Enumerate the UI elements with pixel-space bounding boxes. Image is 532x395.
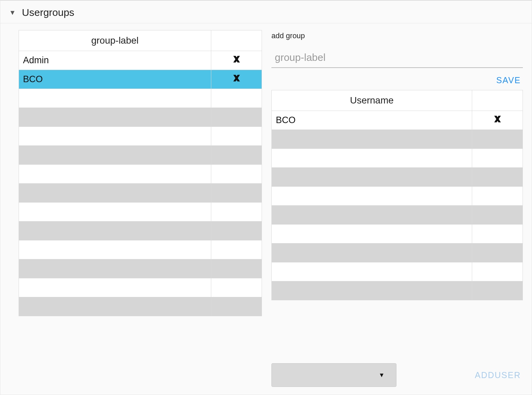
empty-cell [19, 222, 211, 240]
empty-cell [19, 108, 211, 127]
empty-cell [19, 127, 211, 146]
add-user-row: ▼ ADDUSER [271, 359, 523, 387]
table-row [19, 203, 262, 222]
empty-cell [472, 206, 523, 225]
empty-cell [272, 168, 472, 187]
empty-cell [19, 259, 211, 278]
group-label-input[interactable] [271, 50, 523, 68]
table-row [272, 206, 523, 225]
groups-header-label: group-label [19, 30, 211, 51]
user-delete-cell[interactable] [472, 111, 523, 130]
table-row [19, 259, 262, 278]
table-row [19, 89, 262, 108]
empty-cell [272, 206, 472, 225]
delete-icon[interactable] [232, 73, 241, 85]
table-row [19, 127, 262, 146]
table-row [272, 187, 523, 206]
table-row [19, 240, 262, 259]
table-row [19, 222, 262, 240]
users-table: Username BCO [271, 90, 523, 300]
table-row [272, 130, 523, 149]
empty-cell [211, 108, 262, 127]
empty-cell [211, 165, 262, 184]
empty-cell [19, 278, 211, 297]
empty-cell [19, 297, 211, 316]
empty-cell [272, 225, 472, 243]
empty-cell [19, 240, 211, 259]
panel-title: Usergroups [22, 7, 74, 18]
table-row [19, 278, 262, 297]
table-row [272, 149, 523, 168]
empty-cell [272, 243, 472, 262]
empty-cell [211, 184, 262, 203]
groups-column: group-label AdminBCO [19, 30, 262, 387]
empty-cell [19, 89, 211, 108]
table-row [272, 225, 523, 243]
detail-column: add group SAVE Username BCO [271, 30, 523, 387]
collapse-toggle-icon[interactable]: ▼ [9, 9, 16, 17]
group-cell[interactable]: Admin [19, 51, 211, 70]
empty-cell [272, 149, 472, 168]
chevron-down-icon: ▼ [379, 372, 385, 379]
table-row [19, 297, 262, 316]
users-header-label: Username [272, 90, 472, 111]
panel-content: group-label AdminBCO add group SAVE [0, 23, 532, 387]
users-header-action [472, 90, 523, 111]
empty-cell [472, 262, 523, 281]
empty-cell [211, 259, 262, 278]
table-row [272, 281, 523, 300]
table-row[interactable]: Admin [19, 51, 262, 70]
groups-header-action [211, 30, 262, 51]
save-button[interactable]: SAVE [496, 75, 521, 85]
empty-cell [211, 89, 262, 108]
table-row [272, 168, 523, 187]
empty-cell [19, 184, 211, 203]
table-row [19, 146, 262, 165]
user-select[interactable]: ▼ [271, 363, 396, 387]
empty-cell [272, 281, 472, 300]
group-cell[interactable]: BCO [19, 70, 211, 89]
empty-cell [211, 127, 262, 146]
empty-cell [211, 222, 262, 240]
delete-icon[interactable] [232, 54, 241, 66]
save-row: SAVE [271, 68, 523, 90]
group-delete-cell[interactable] [211, 51, 262, 70]
empty-cell [19, 203, 211, 222]
add-user-button[interactable]: ADDUSER [475, 370, 521, 380]
users-table-wrap: Username BCO [271, 90, 523, 359]
table-row [272, 243, 523, 262]
empty-cell [211, 278, 262, 297]
empty-cell [19, 165, 211, 184]
table-row [19, 184, 262, 203]
empty-cell [272, 262, 472, 281]
empty-cell [472, 243, 523, 262]
add-group-label: add group [271, 31, 523, 40]
table-row [19, 108, 262, 127]
empty-cell [211, 240, 262, 259]
empty-cell [19, 146, 211, 165]
panel-header[interactable]: ▼ Usergroups [0, 1, 532, 23]
empty-cell [472, 168, 523, 187]
empty-cell [211, 203, 262, 222]
empty-cell [472, 130, 523, 149]
empty-cell [211, 297, 262, 316]
table-row [272, 262, 523, 281]
empty-cell [472, 149, 523, 168]
user-cell[interactable]: BCO [272, 111, 472, 130]
table-row[interactable]: BCO [19, 70, 262, 89]
empty-cell [211, 146, 262, 165]
table-row [19, 165, 262, 184]
empty-cell [272, 130, 472, 149]
groups-table: group-label AdminBCO [19, 30, 262, 316]
empty-cell [472, 281, 523, 300]
groups-table-wrap: group-label AdminBCO [19, 30, 262, 387]
delete-icon[interactable] [493, 114, 502, 125]
table-row[interactable]: BCO [272, 111, 523, 130]
usergroups-panel: ▼ Usergroups group-label AdminBCO [0, 0, 532, 395]
empty-cell [472, 225, 523, 243]
empty-cell [472, 187, 523, 206]
empty-cell [272, 187, 472, 206]
group-delete-cell[interactable] [211, 70, 262, 89]
